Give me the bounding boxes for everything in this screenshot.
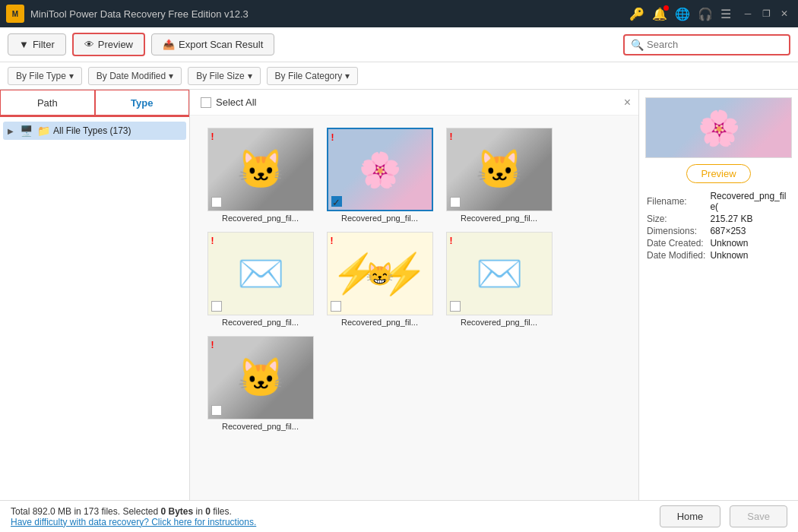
thumb-label: Recovered_png_fil... bbox=[446, 318, 553, 327]
search-wrapper: 🔍 bbox=[623, 34, 790, 55]
dimensions-label: Dimensions: bbox=[647, 226, 708, 236]
thumbnail-item[interactable]: ! Recovered_png_fil... bbox=[205, 336, 315, 431]
tree-folder-icon: 📁 bbox=[37, 125, 50, 137]
filter-icon: ▼ bbox=[19, 39, 29, 50]
dimensions-row: Dimensions: 687×253 bbox=[647, 226, 790, 236]
select-all-bar: Select All × bbox=[190, 90, 638, 116]
thumbnail-grid: ! Recovered_png_fil... ! ✓ Recovered_png… bbox=[190, 116, 638, 500]
search-input[interactable] bbox=[647, 39, 783, 50]
tab-path-label: Path bbox=[37, 97, 58, 109]
thumb-checkbox[interactable]: ✓ bbox=[331, 196, 342, 207]
export-label: Export Scan Result bbox=[179, 39, 263, 50]
tab-path[interactable]: Path bbox=[0, 90, 95, 116]
thumb-label: Recovered_png_fil... bbox=[207, 214, 314, 223]
tree-item-all-file-types[interactable]: ▶ 🖥️ 📁 All File Types (173) bbox=[3, 122, 186, 140]
thumb-label: Recovered_png_fil... bbox=[327, 214, 433, 223]
thumb-wrapper-selected: ! ✓ bbox=[327, 128, 433, 211]
thumb-checkbox[interactable] bbox=[211, 301, 222, 312]
thumb-label: Recovered_png_fil... bbox=[207, 318, 314, 327]
preview-button[interactable]: 👁 Preview bbox=[72, 33, 145, 56]
thumbnail-item[interactable]: ! ✓ Recovered_png_fil... bbox=[325, 128, 435, 223]
filename-row: Filename: Recovered_png_file( bbox=[647, 191, 790, 212]
status-text: Total 892.0 MB in 173 files. Selected 0 … bbox=[11, 506, 651, 527]
thumbnail-item[interactable]: ! Recovered_png_fil... bbox=[444, 128, 554, 223]
error-indicator: ! bbox=[331, 132, 334, 143]
filterbar: By File Type ▾ By Date Modified ▾ By Fil… bbox=[0, 62, 798, 90]
thumb-checkbox[interactable] bbox=[450, 301, 461, 312]
app-logo: M bbox=[6, 5, 24, 23]
titlebar: M MiniTool Power Data Recovery Free Edit… bbox=[0, 0, 798, 27]
tree-expand-arrow: ▶ bbox=[8, 127, 17, 135]
date-modified-row: Date Modified: Unknown bbox=[647, 250, 790, 261]
thumb-checkbox[interactable] bbox=[331, 301, 341, 312]
error-indicator: ! bbox=[450, 131, 453, 142]
thumb-wrapper: ! bbox=[207, 336, 314, 420]
home-button[interactable]: Home bbox=[660, 505, 721, 527]
cat-image-3 bbox=[208, 337, 313, 419]
size-value: 215.27 KB bbox=[710, 214, 790, 224]
menu-icon[interactable]: ☰ bbox=[720, 7, 731, 21]
thumb-label: Recovered_png_fil... bbox=[207, 422, 314, 431]
filter-file-size[interactable]: By File Size ▾ bbox=[188, 67, 260, 85]
error-indicator: ! bbox=[331, 236, 334, 246]
filter-file-category[interactable]: By File Category ▾ bbox=[267, 67, 359, 85]
thumbnail-item[interactable]: ! Recovered_png_fil... bbox=[205, 232, 315, 327]
tree-monitor-icon: 🖥️ bbox=[20, 125, 33, 137]
date-modified-value: Unknown bbox=[710, 250, 790, 261]
file-type-label: By File Type bbox=[16, 71, 66, 81]
thumb-wrapper: ! bbox=[446, 128, 553, 211]
tab-type[interactable]: Type bbox=[95, 90, 190, 116]
filter-file-type[interactable]: By File Type ▾ bbox=[8, 67, 82, 85]
bell-icon[interactable]: 🔔 bbox=[652, 7, 667, 21]
tab-type-label: Type bbox=[131, 97, 153, 109]
select-all-label: Select All bbox=[216, 97, 256, 108]
restore-button[interactable]: ❐ bbox=[758, 6, 774, 21]
close-button[interactable]: ✕ bbox=[777, 6, 792, 21]
headset-icon[interactable]: 🎧 bbox=[698, 7, 713, 21]
error-indicator: ! bbox=[211, 236, 214, 246]
thumb-checkbox[interactable] bbox=[211, 405, 222, 416]
thumb-wrapper: ! bbox=[446, 232, 553, 315]
envelope-image-2 bbox=[447, 233, 552, 315]
file-size-label: By File Size bbox=[196, 71, 244, 81]
envelope-image bbox=[208, 233, 313, 315]
filter-button[interactable]: ▼ Filter bbox=[8, 33, 66, 55]
thumbnail-item[interactable]: ⚡ 😸 ! Recovered_png_fil... bbox=[325, 232, 435, 327]
key-icon[interactable]: 🔑 bbox=[629, 7, 644, 21]
preview-action-button[interactable]: Preview bbox=[686, 164, 750, 183]
left-panel: Path Type ▶ 🖥️ 📁 All File Types (173) bbox=[0, 90, 190, 500]
minimize-button[interactable]: ─ bbox=[740, 6, 755, 21]
filename-label: Filename: bbox=[647, 191, 708, 212]
flower-image bbox=[328, 129, 432, 210]
thumb-checkbox[interactable] bbox=[211, 197, 222, 207]
thumb-checkbox[interactable] bbox=[450, 197, 461, 207]
date-modified-arrow: ▾ bbox=[169, 71, 173, 81]
thumbnail-item[interactable]: ! Recovered_png_fil... bbox=[444, 232, 554, 327]
globe-icon[interactable]: 🌐 bbox=[675, 7, 690, 21]
date-modified-label: By Date Modified bbox=[97, 71, 166, 81]
select-all-checkbox[interactable] bbox=[201, 97, 211, 108]
status-files-text: files. bbox=[211, 506, 232, 517]
tree-item-label: All File Types (173) bbox=[53, 125, 131, 136]
thumbnail-item[interactable]: ! Recovered_png_fil... bbox=[205, 128, 315, 223]
date-modified-label: Date Modified: bbox=[647, 250, 708, 261]
app-title: MiniTool Power Data Recovery Free Editio… bbox=[30, 8, 629, 20]
preview-icon: 👁 bbox=[84, 39, 94, 50]
cat-image-2 bbox=[447, 128, 552, 211]
error-indicator: ! bbox=[211, 340, 214, 350]
save-button[interactable]: Save bbox=[730, 505, 787, 527]
file-category-arrow: ▾ bbox=[345, 71, 350, 81]
filter-date-modified[interactable]: By Date Modified ▾ bbox=[88, 67, 182, 85]
date-created-row: Date Created: Unknown bbox=[647, 238, 790, 249]
filename-value: Recovered_png_file( bbox=[710, 191, 790, 212]
statusbar: Total 892.0 MB in 173 files. Selected 0 … bbox=[0, 500, 798, 532]
window-controls: ─ ❐ ✕ bbox=[740, 6, 792, 21]
help-link[interactable]: Have difficulty with data recovery? Clic… bbox=[11, 517, 256, 527]
filter-label: Filter bbox=[33, 39, 55, 50]
thumb-label: Recovered_png_fil... bbox=[327, 318, 433, 327]
status-selected-bytes: 0 Bytes bbox=[160, 506, 193, 517]
export-button[interactable]: 📤 Export Scan Result bbox=[151, 33, 274, 55]
close-x-button[interactable]: × bbox=[624, 96, 631, 109]
tab-bar: Path Type bbox=[0, 90, 189, 117]
main-area: Path Type ▶ 🖥️ 📁 All File Types (173) Se… bbox=[0, 90, 798, 500]
